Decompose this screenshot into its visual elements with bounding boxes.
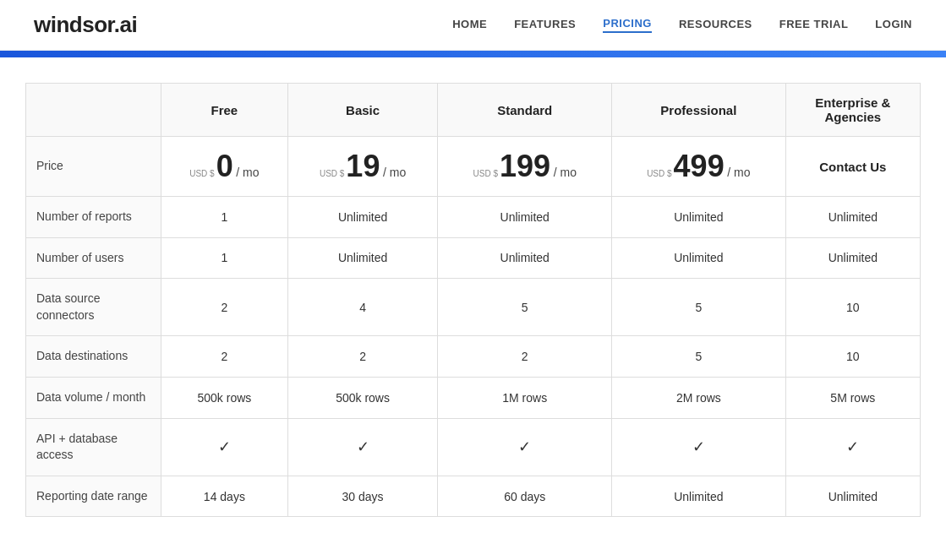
site-logo[interactable]: windsor.ai xyxy=(34,12,137,38)
table-row: Data volume / month 500k rows 500k rows … xyxy=(26,377,921,418)
destinations-professional: 5 xyxy=(612,336,786,378)
nav-free-trial[interactable]: FREE TRIAL xyxy=(779,18,849,32)
table-row: Number of reports 1 Unlimited Unlimited … xyxy=(26,197,921,238)
table-row: Number of users 1 Unlimited Unlimited Un… xyxy=(26,237,921,279)
usd-label-basic: USD $ xyxy=(320,169,344,178)
col-header-basic: Basic xyxy=(287,84,438,137)
amount-basic: 19 xyxy=(346,149,380,183)
main-content: Free Basic Standard Professional Enterpr… xyxy=(0,57,946,542)
users-free: 1 xyxy=(161,237,288,279)
date-range-free: 14 days xyxy=(161,476,288,517)
connectors-professional: 5 xyxy=(612,279,786,336)
price-enterprise: Contact Us xyxy=(785,137,920,197)
table-header-row: Free Basic Standard Professional Enterpr… xyxy=(26,84,921,137)
destinations-basic: 2 xyxy=(287,336,438,378)
reports-free: 1 xyxy=(161,197,288,238)
usd-label-standard: USD $ xyxy=(473,169,498,178)
reports-professional: Unlimited xyxy=(612,197,786,238)
table-row: Reporting date range 14 days 30 days 60 … xyxy=(26,476,921,517)
date-range-basic: 30 days xyxy=(287,476,438,517)
price-professional: USD $499 / mo xyxy=(612,137,786,197)
nav-features[interactable]: FEATURES xyxy=(514,18,576,32)
feature-label-volume: Data volume / month xyxy=(26,377,161,418)
connectors-standard: 5 xyxy=(438,279,612,336)
destinations-free: 2 xyxy=(161,336,288,378)
price-standard: USD $199 / mo xyxy=(438,137,612,197)
col-header-feature xyxy=(26,84,161,137)
feature-label-api: API + database access xyxy=(26,418,161,476)
checkmark-icon: ✓ xyxy=(692,438,705,455)
feature-label-reports: Number of reports xyxy=(26,197,161,238)
destinations-standard: 2 xyxy=(438,336,612,378)
nav-login[interactable]: LOGIN xyxy=(875,18,912,32)
table-row: Data source connectors 2 4 5 5 10 xyxy=(26,279,921,336)
api-enterprise: ✓ xyxy=(785,418,920,476)
table-row: Price USD $0 / mo USD $19 / mo USD $199 … xyxy=(26,137,921,197)
feature-label-date-range: Reporting date range xyxy=(26,476,161,517)
api-basic: ✓ xyxy=(287,418,438,476)
amount-standard: 199 xyxy=(500,149,550,183)
reports-basic: Unlimited xyxy=(287,197,438,238)
volume-basic: 500k rows xyxy=(287,377,438,418)
main-nav: HOME FEATURES PRICING RESOURCES FREE TRI… xyxy=(452,17,912,33)
date-range-enterprise: Unlimited xyxy=(785,476,920,517)
connectors-basic: 4 xyxy=(287,279,438,336)
price-free: USD $0 / mo xyxy=(161,137,288,197)
api-professional: ✓ xyxy=(612,418,786,476)
amount-professional: 499 xyxy=(674,149,725,183)
per-mo-basic: / mo xyxy=(383,166,406,179)
destinations-enterprise: 10 xyxy=(785,336,920,378)
pricing-table: Free Basic Standard Professional Enterpr… xyxy=(25,83,921,517)
feature-label-users: Number of users xyxy=(26,237,161,279)
users-enterprise: Unlimited xyxy=(785,237,920,279)
reports-standard: Unlimited xyxy=(438,197,612,238)
checkmark-icon: ✓ xyxy=(846,438,859,455)
volume-standard: 1M rows xyxy=(438,377,612,418)
feature-label-destinations: Data destinations xyxy=(26,336,161,378)
checkmark-icon: ✓ xyxy=(518,438,531,455)
checkmark-icon: ✓ xyxy=(357,438,369,455)
volume-free: 500k rows xyxy=(161,377,288,418)
connectors-enterprise: 10 xyxy=(785,279,920,336)
usd-label-free: USD $ xyxy=(189,169,214,178)
nav-home[interactable]: HOME xyxy=(452,18,487,32)
col-header-professional: Professional xyxy=(612,84,786,137)
volume-enterprise: 5M rows xyxy=(785,377,920,418)
users-professional: Unlimited xyxy=(612,237,786,279)
nav-resources[interactable]: RESOURCES xyxy=(679,18,752,32)
users-standard: Unlimited xyxy=(438,237,612,279)
date-range-professional: Unlimited xyxy=(612,476,786,517)
site-header: windsor.ai HOME FEATURES PRICING RESOURC… xyxy=(0,0,946,51)
per-mo-professional: / mo xyxy=(727,166,750,179)
nav-pricing[interactable]: PRICING xyxy=(603,17,652,33)
feature-label-price: Price xyxy=(26,137,161,197)
reports-enterprise: Unlimited xyxy=(785,197,920,238)
users-basic: Unlimited xyxy=(287,237,438,279)
per-mo-standard: / mo xyxy=(554,166,577,179)
api-standard: ✓ xyxy=(438,418,612,476)
checkmark-icon: ✓ xyxy=(218,438,231,455)
amount-free: 0 xyxy=(216,149,233,183)
col-header-enterprise: Enterprise &Agencies xyxy=(785,84,920,137)
volume-professional: 2M rows xyxy=(612,377,786,418)
contact-us-label: Contact Us xyxy=(819,160,886,174)
usd-label-professional: USD $ xyxy=(647,169,671,178)
table-row: Data destinations 2 2 2 5 10 xyxy=(26,336,921,378)
col-header-standard: Standard xyxy=(438,84,612,137)
connectors-free: 2 xyxy=(161,279,288,336)
per-mo-free: / mo xyxy=(236,166,259,179)
col-header-free: Free xyxy=(161,84,288,137)
api-free: ✓ xyxy=(161,418,288,476)
feature-label-connectors: Data source connectors xyxy=(26,279,161,336)
table-row: API + database access ✓ ✓ ✓ ✓ ✓ xyxy=(26,418,921,476)
accent-bar xyxy=(0,51,946,57)
price-basic: USD $19 / mo xyxy=(287,137,438,197)
date-range-standard: 60 days xyxy=(438,476,612,517)
